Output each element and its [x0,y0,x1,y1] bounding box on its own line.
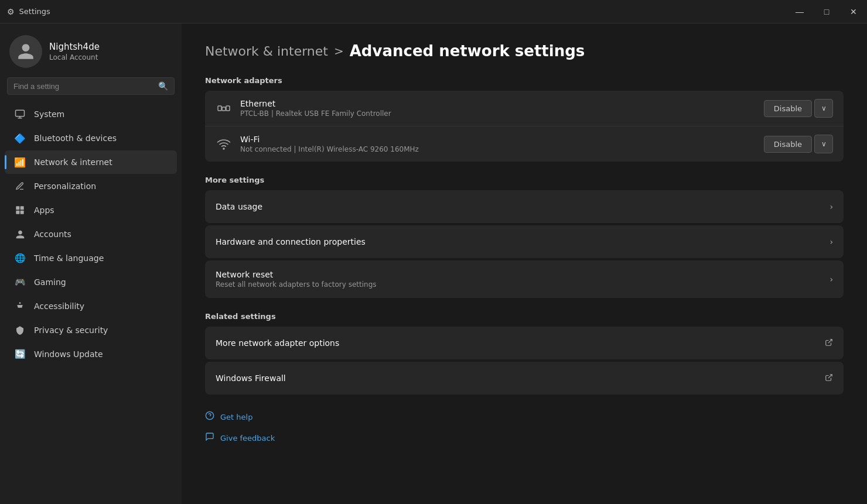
give-feedback-link[interactable]: Give feedback [205,430,844,446]
settings-icon: ⚙ [7,7,15,16]
network-reset-card[interactable]: Network reset Reset all network adapters… [205,260,844,298]
sidebar-item-privacy[interactable]: Privacy & security [5,318,177,342]
privacy-icon [14,324,26,336]
maximize-button[interactable]: □ [813,0,840,23]
search-container: 🔍 [0,77,182,102]
hardware-props-card[interactable]: Hardware and connection properties › [205,225,844,258]
sidebar-nav: System 🔷 Bluetooth & devices 📶 Network &… [0,102,182,366]
sidebar-item-label-accessibility: Accessibility [34,301,84,311]
network-icon: 📶 [14,156,26,168]
more-adapter-options-card[interactable]: More network adapter options [205,327,844,359]
svg-rect-1 [16,206,19,210]
bluetooth-icon: 🔷 [14,132,26,144]
sidebar-item-accessibility[interactable]: Accessibility [5,294,177,318]
more-adapter-options-title: More network adapter options [216,338,825,348]
accounts-icon [14,228,26,240]
personalization-icon [14,180,26,192]
network-reset-title: Network reset [216,270,830,279]
wifi-name: Wi-Fi [240,135,756,144]
svg-rect-2 [21,206,24,210]
sidebar-item-label-privacy: Privacy & security [34,325,108,335]
more-adapter-options-text: More network adapter options [216,338,825,348]
title-bar: ⚙ Settings — □ ✕ [0,0,867,23]
wifi-icon [216,136,232,152]
svg-point-5 [19,302,21,304]
app-container: Nightsh4de Local Account 🔍 System 🔷 Blue… [0,23,867,504]
more-adapter-options-row: More network adapter options [205,327,844,359]
windows-firewall-external-icon [825,373,833,383]
ethernet-detail: PTCL-BB | Realtek USB FE Family Controll… [240,109,756,118]
sidebar-item-label-bluetooth: Bluetooth & devices [34,133,117,143]
breadcrumb: Network & internet > Advanced network se… [205,42,844,60]
title-bar-title: Settings [19,7,50,16]
hardware-props-text: Hardware and connection properties [216,237,830,246]
data-usage-card[interactable]: Data usage › [205,190,844,223]
windows-firewall-text: Windows Firewall [216,373,825,383]
avatar[interactable] [9,35,42,68]
profile-info: Nightsh4de Local Account [49,42,100,61]
windows-firewall-title: Windows Firewall [216,373,825,383]
sidebar-item-label-personalization: Personalization [34,181,96,191]
ethernet-expand-button[interactable]: ∨ [814,99,833,118]
search-icon: 🔍 [158,81,168,91]
footer-links: Get help Give feedback [205,409,844,446]
close-button[interactable]: ✕ [840,0,867,23]
hardware-props-title: Hardware and connection properties [216,237,830,246]
hardware-props-row: Hardware and connection properties › [205,225,844,258]
svg-rect-8 [222,107,226,111]
sidebar-item-system[interactable]: System [5,102,177,126]
sidebar-item-time[interactable]: 🌐 Time & language [5,246,177,270]
ethernet-info: Ethernet PTCL-BB | Realtek USB FE Family… [240,99,756,118]
hardware-props-chevron-icon: › [830,237,833,246]
ethernet-disable-button[interactable]: Disable [764,100,812,117]
data-usage-row: Data usage › [205,190,844,223]
sidebar-item-label-system: System [34,109,64,119]
sidebar-item-windows-update[interactable]: 🔄 Windows Update [5,342,177,366]
ethernet-name: Ethernet [240,99,756,108]
sidebar-item-label-network: Network & internet [34,157,112,167]
svg-line-10 [828,339,832,342]
svg-rect-0 [16,110,25,116]
gaming-icon: 🎮 [14,276,26,288]
breadcrumb-parent[interactable]: Network & internet [205,44,328,59]
wifi-disable-button[interactable]: Disable [764,136,812,153]
network-reset-row: Network reset Reset all network adapters… [205,260,844,298]
sidebar-item-gaming[interactable]: 🎮 Gaming [5,270,177,294]
sidebar-item-apps[interactable]: Apps [5,198,177,222]
more-settings-header: More settings [205,176,844,184]
search-input[interactable] [13,82,153,91]
data-usage-chevron-icon: › [830,202,833,211]
sidebar-item-bluetooth[interactable]: 🔷 Bluetooth & devices [5,126,177,150]
data-usage-text: Data usage [216,202,830,211]
wifi-detail: Not connected | Intel(R) Wireless-AC 926… [240,145,756,153]
breadcrumb-current: Advanced network settings [350,42,585,60]
profile-subtitle: Local Account [49,53,100,61]
content-area: Network & internet > Advanced network se… [182,23,867,504]
get-help-icon [205,411,214,423]
ethernet-row: Ethernet PTCL-BB | Realtek USB FE Family… [205,91,844,126]
sidebar-item-label-apps: Apps [34,205,54,215]
get-help-link[interactable]: Get help [205,409,844,425]
system-icon [14,108,26,120]
sidebar-item-label-windows-update: Windows Update [34,349,103,359]
wifi-expand-button[interactable]: ∨ [814,135,833,153]
ethernet-actions: Disable ∨ [764,99,833,118]
get-help-label: Get help [220,413,252,421]
give-feedback-icon [205,432,214,444]
sidebar-item-accounts[interactable]: Accounts [5,222,177,246]
user-icon [16,42,35,61]
sidebar-item-network[interactable]: 📶 Network & internet [5,150,177,174]
sidebar-item-label-accounts: Accounts [34,229,71,239]
svg-line-11 [828,374,832,378]
windows-firewall-card[interactable]: Windows Firewall [205,362,844,395]
minimize-button[interactable]: — [786,0,813,23]
profile-name: Nightsh4de [49,42,100,52]
sidebar-item-personalization[interactable]: Personalization [5,174,177,198]
windows-update-icon: 🔄 [14,348,26,360]
wifi-info: Wi-Fi Not connected | Intel(R) Wireless-… [240,135,756,153]
network-adapters-card: Ethernet PTCL-BB | Realtek USB FE Family… [205,91,844,162]
svg-point-9 [223,148,224,149]
sidebar: Nightsh4de Local Account 🔍 System 🔷 Blue… [0,23,182,504]
svg-rect-7 [226,106,230,111]
wifi-actions: Disable ∨ [764,135,833,153]
